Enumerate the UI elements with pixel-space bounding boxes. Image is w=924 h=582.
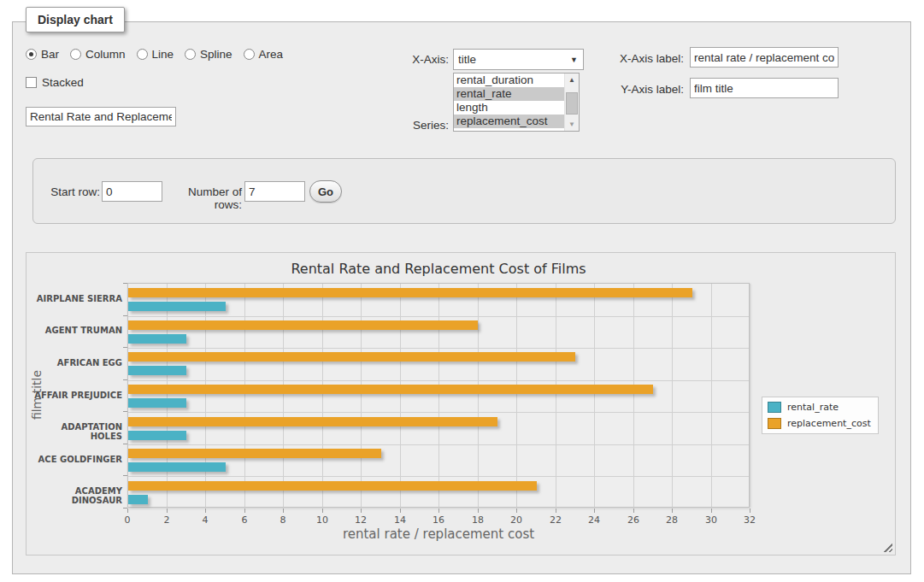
x-tick-label: 20 bbox=[503, 514, 529, 526]
series-option-length[interactable]: length bbox=[454, 101, 564, 115]
series-multiselect[interactable]: rental_durationrental_ratelengthreplacem… bbox=[453, 73, 580, 132]
radio-label: Column bbox=[85, 48, 126, 61]
x-tick-mark bbox=[556, 509, 556, 513]
y-tick-mark bbox=[123, 347, 127, 348]
stacked-checkbox-row[interactable]: Stacked bbox=[26, 76, 84, 89]
x-tick-label: 16 bbox=[426, 514, 451, 526]
gridline-h bbox=[128, 380, 749, 381]
x-tick-label: 8 bbox=[270, 514, 296, 526]
chart-container: Rental Rate and Replacement Cost of Film… bbox=[26, 252, 896, 556]
y-tick-mark bbox=[123, 315, 127, 316]
radio-line[interactable]: Line bbox=[137, 48, 174, 61]
x-tick-label: 10 bbox=[309, 514, 335, 526]
gridline-v bbox=[438, 284, 439, 507]
gridline-v bbox=[283, 284, 284, 507]
gridline-v bbox=[361, 284, 362, 507]
x-axis-selected-value: title bbox=[458, 53, 570, 66]
bar-rental-rate bbox=[128, 462, 226, 472]
legend-entry-rental-rate: rental_rate bbox=[768, 402, 871, 413]
resize-handle-icon[interactable] bbox=[883, 543, 892, 552]
category-label: AIRPLANE SIERRA bbox=[28, 294, 122, 303]
checkbox-icon[interactable] bbox=[26, 77, 37, 88]
series-option-replacement-cost[interactable]: replacement_cost bbox=[454, 115, 564, 128]
x-tick-mark bbox=[283, 509, 284, 513]
x-axis-select[interactable]: title ▼ bbox=[453, 49, 584, 70]
legend-label: rental_rate bbox=[787, 402, 839, 413]
bar-rental-rate bbox=[128, 302, 226, 311]
start-row-label: Start row: bbox=[19, 185, 100, 198]
category-label: ADAPTATION HOLES bbox=[28, 422, 122, 441]
radio-label: Line bbox=[152, 48, 174, 61]
gridline-v bbox=[322, 284, 323, 507]
scroll-down-icon[interactable]: ▼ bbox=[565, 118, 579, 131]
x-tick-mark bbox=[400, 509, 401, 513]
x-tick-label: 18 bbox=[465, 514, 491, 526]
x-tick-mark bbox=[167, 509, 168, 513]
num-rows-label: Number of rows: bbox=[161, 185, 242, 211]
bar-replacement-cost bbox=[128, 449, 381, 458]
x-tick-mark bbox=[672, 509, 673, 513]
x-tick-label: 22 bbox=[543, 514, 568, 526]
gridline-v bbox=[478, 284, 479, 507]
chart-plot-area bbox=[127, 283, 750, 508]
scroll-up-icon[interactable]: ▲ bbox=[565, 73, 579, 86]
x-tick-mark bbox=[361, 509, 362, 513]
x-axis-label-caption: X-Axis label: bbox=[603, 52, 684, 65]
gridline-h bbox=[128, 316, 749, 317]
chart-x-axis-title: rental rate / replacement cost bbox=[127, 526, 750, 542]
chart-title-input[interactable] bbox=[26, 107, 176, 126]
x-axis-label-input[interactable] bbox=[690, 47, 839, 68]
x-tick-label: 32 bbox=[737, 514, 762, 526]
radio-icon bbox=[137, 49, 148, 60]
go-button[interactable]: Go bbox=[309, 180, 342, 203]
radio-icon bbox=[244, 49, 255, 60]
stacked-label: Stacked bbox=[42, 76, 84, 89]
x-tick-mark bbox=[594, 509, 595, 513]
chart-legend: rental_ratereplacement_cost bbox=[762, 397, 879, 434]
radio-column[interactable]: Column bbox=[70, 48, 126, 61]
gridline-v bbox=[516, 284, 517, 507]
bar-replacement-cost bbox=[128, 288, 692, 297]
radio-label: Spline bbox=[200, 48, 232, 61]
bar-replacement-cost bbox=[128, 320, 478, 330]
chart-title: Rental Rate and Replacement Cost of Film… bbox=[127, 261, 750, 277]
x-tick-label: 30 bbox=[698, 514, 724, 526]
bar-replacement-cost bbox=[128, 417, 497, 426]
x-tick-label: 4 bbox=[192, 514, 218, 526]
y-axis-label-input[interactable] bbox=[690, 78, 839, 98]
bar-rental-rate bbox=[128, 398, 186, 408]
series-option-rental-duration[interactable]: rental_duration bbox=[454, 73, 564, 87]
category-label: ACE GOLDFINGER bbox=[28, 455, 122, 464]
radio-spline[interactable]: Spline bbox=[185, 48, 232, 61]
num-rows-input[interactable] bbox=[244, 181, 305, 202]
radio-bar[interactable]: Bar bbox=[26, 48, 59, 61]
series-options: rental_durationrental_ratelengthreplacem… bbox=[454, 73, 564, 131]
y-tick-mark bbox=[123, 411, 127, 412]
x-tick-mark bbox=[127, 509, 128, 513]
x-tick-label: 6 bbox=[232, 514, 257, 526]
radio-area[interactable]: Area bbox=[244, 48, 284, 61]
x-tick-mark bbox=[750, 509, 750, 513]
gridline-v bbox=[711, 284, 712, 507]
series-scrollbar[interactable]: ▲ ▼ bbox=[564, 73, 579, 131]
x-tick-label: 28 bbox=[659, 514, 685, 526]
start-row-input[interactable] bbox=[102, 181, 162, 202]
x-tick-label: 26 bbox=[621, 514, 646, 526]
series-select-label: Series: bbox=[368, 119, 449, 132]
x-tick-label: 12 bbox=[348, 514, 374, 526]
gridline-v bbox=[400, 284, 401, 507]
bar-replacement-cost bbox=[128, 385, 653, 394]
scrollbar-thumb[interactable] bbox=[566, 92, 578, 115]
category-label: AFRICAN EGG bbox=[28, 358, 122, 367]
y-axis-label-caption: Y-Axis label: bbox=[603, 83, 684, 96]
gridline-h bbox=[128, 444, 749, 445]
chart-type-group: BarColumnLineSplineArea bbox=[26, 48, 283, 61]
x-tick-label: 24 bbox=[581, 514, 607, 526]
x-tick-mark bbox=[205, 509, 206, 513]
gridline-h bbox=[128, 412, 749, 413]
gridline-v bbox=[167, 284, 168, 507]
series-option-rental-rate[interactable]: rental_rate bbox=[454, 87, 564, 101]
x-tick-label: 2 bbox=[154, 514, 180, 526]
x-tick-mark bbox=[478, 509, 479, 513]
fieldset-legend: Display chart bbox=[26, 7, 125, 32]
